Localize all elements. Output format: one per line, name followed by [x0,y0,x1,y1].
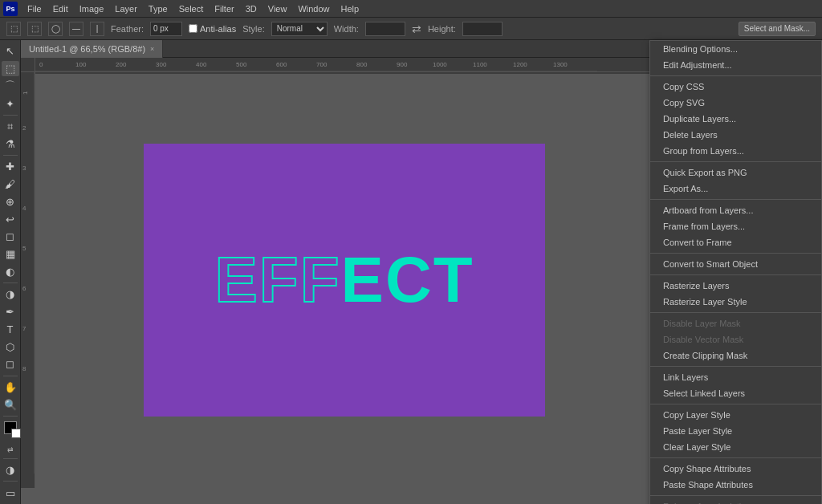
menu-filter[interactable]: Filter [210,2,238,15]
clone-tool[interactable]: ⊕ [2,194,19,210]
path-tool[interactable]: ⬡ [2,339,19,355]
canvas-document[interactable]: EFFECT [144,144,545,417]
shape-tool[interactable]: ◻ [2,356,19,372]
svg-text:500: 500 [236,61,247,68]
menu-3d[interactable]: 3D [241,2,262,15]
background-color[interactable] [11,429,21,438]
ctx-sep-2 [650,161,821,162]
quick-mask-icon[interactable]: ◑ [2,462,19,478]
ctx-blending-options[interactable]: Blending Options... [650,41,821,57]
dodge-tool[interactable]: ◑ [2,287,19,303]
svg-text:1300: 1300 [553,61,568,68]
height-input[interactable] [462,22,503,36]
menu-window[interactable]: Window [293,2,334,15]
ctx-group-from-layers[interactable]: Group from Layers... [650,143,821,159]
h-ruler: 0 100 200 300 400 500 600 700 800 900 10… [35,58,653,72]
select-mask-button[interactable]: Select and Mask... [739,22,816,36]
menu-image[interactable]: Image [75,2,109,15]
ctx-sep-8 [650,404,821,404]
ctx-delete-layers[interactable]: Delete Layers [650,127,821,143]
ctx-release-from-isolation[interactable]: Release from Isolation [650,498,821,504]
ctx-convert-smart-object[interactable]: Convert to Smart Object [650,256,821,272]
ctx-copy-shape-attributes[interactable]: Copy Shape Attributes [650,461,821,477]
tab-close[interactable]: × [150,45,154,53]
ctx-copy-css[interactable]: Copy CSS [650,79,821,95]
screen-mode-icon[interactable]: ▭ [2,485,19,501]
style-select[interactable]: Normal [271,22,328,36]
canvas-content[interactable]: EFFECT [35,72,653,488]
width-label: Width: [334,24,359,34]
effect-text: EFFECT [214,243,474,317]
menu-layer[interactable]: Layer [110,2,142,15]
eraser-tool[interactable]: ◻ [2,229,19,245]
ctx-link-layers[interactable]: Link Layers [650,369,821,385]
history-brush[interactable]: ↩ [2,211,19,227]
svg-text:2: 2 [22,124,26,132]
ctx-disable-layer-mask[interactable]: Disable Layer Mask [650,315,821,331]
brush-tool[interactable]: 🖌 [2,177,19,193]
ruler-corner [21,58,35,72]
ctx-rasterize-layers[interactable]: Rasterize Layers [650,278,821,294]
anti-alias-checkbox[interactable]: Anti-alias [189,24,236,34]
feather-input[interactable] [150,22,182,36]
svg-text:0: 0 [39,61,43,68]
pen-tool[interactable]: ✒ [2,304,19,320]
healing-tool[interactable]: ✚ [2,159,19,175]
options-bar: ⬚ ⬚ ◯ — | Feather: Anti-alias Style: Nor… [0,18,822,40]
ctx-frame-from-layers[interactable]: Frame from Layers... [650,218,821,234]
svg-text:700: 700 [316,61,328,68]
main-area: ↖ ⬚ ⌒ ✦ ⌗ ⚗ ✚ 🖌 ⊕ ↩ ◻ ▦ ◐ ◑ ✒ T ⬡ ◻ ✋ 🔍 … [0,40,822,504]
ctx-convert-to-frame[interactable]: Convert to Frame [650,234,821,250]
marquee-tool[interactable]: ⬚ [2,61,19,77]
zoom-tool[interactable]: 🔍 [2,396,19,413]
crop-tool[interactable]: ⌗ [2,119,19,135]
blur-tool[interactable]: ◐ [2,263,19,279]
ctx-export-as[interactable]: Export As... [650,181,821,197]
ctx-create-clipping-mask[interactable]: Create Clipping Mask [650,348,821,364]
svg-text:8: 8 [22,365,26,372]
menu-edit[interactable]: Edit [48,2,73,15]
magic-wand-tool[interactable]: ✦ [2,96,19,112]
menu-type[interactable]: Type [144,2,173,15]
ctx-quick-export[interactable]: Quick Export as PNG [650,165,821,181]
swap-icon[interactable]: ⇄ [412,22,421,35]
height-label: Height: [428,24,456,34]
eyedropper-tool[interactable]: ⚗ [2,136,19,152]
width-input[interactable] [365,22,405,36]
type-tool[interactable]: T [2,321,19,337]
move-tool[interactable]: ↖ [2,43,19,59]
foreground-color[interactable] [4,421,17,434]
ctx-sep-5 [650,274,821,275]
ctx-copy-svg[interactable]: Copy SVG [650,95,821,111]
lasso-tool[interactable]: ⌒ [2,78,19,94]
svg-text:100: 100 [75,61,87,68]
svg-text:800: 800 [356,61,368,68]
ctx-rasterize-layer-style[interactable]: Rasterize Layer Style [650,294,821,310]
ctx-paste-layer-style[interactable]: Paste Layer Style [650,423,821,439]
menu-help[interactable]: Help [336,2,364,15]
ctx-disable-vector-mask[interactable]: Disable Vector Mask [650,331,821,348]
svg-text:1000: 1000 [433,61,447,68]
hand-tool[interactable]: ✋ [2,380,19,396]
menu-file[interactable]: File [22,2,47,15]
ctx-copy-layer-style[interactable]: Copy Layer Style [650,407,821,423]
menu-view[interactable]: View [263,2,292,15]
ctx-sep-3 [650,199,821,200]
ctx-duplicate-layers[interactable]: Duplicate Layers... [650,111,821,127]
svg-text:3: 3 [22,165,26,172]
ctx-select-linked-layers[interactable]: Select Linked Layers [650,385,821,401]
gradient-tool[interactable]: ▦ [2,246,19,262]
ellipse-marquee-icon: ◯ [48,22,63,36]
col-marquee-icon: | [90,22,104,36]
swap-colors-icon[interactable]: ⇄ [7,445,14,453]
menu-select[interactable]: Select [174,2,209,15]
ctx-paste-shape-attributes[interactable]: Paste Shape Attributes [650,477,821,493]
anti-alias-label: Anti-alias [200,24,236,34]
ctx-edit-adjustment[interactable]: Edit Adjustment... [650,57,821,73]
svg-text:200: 200 [116,61,127,68]
ctx-artboard-from-layers[interactable]: Artboard from Layers... [650,202,821,218]
svg-text:300: 300 [156,61,167,68]
document-tab[interactable]: Untitled-1 @ 66,5% (RGB/8#) × [21,40,163,58]
tab-bar: Untitled-1 @ 66,5% (RGB/8#) × [21,40,653,58]
ctx-clear-layer-style[interactable]: Clear Layer Style [650,439,821,455]
